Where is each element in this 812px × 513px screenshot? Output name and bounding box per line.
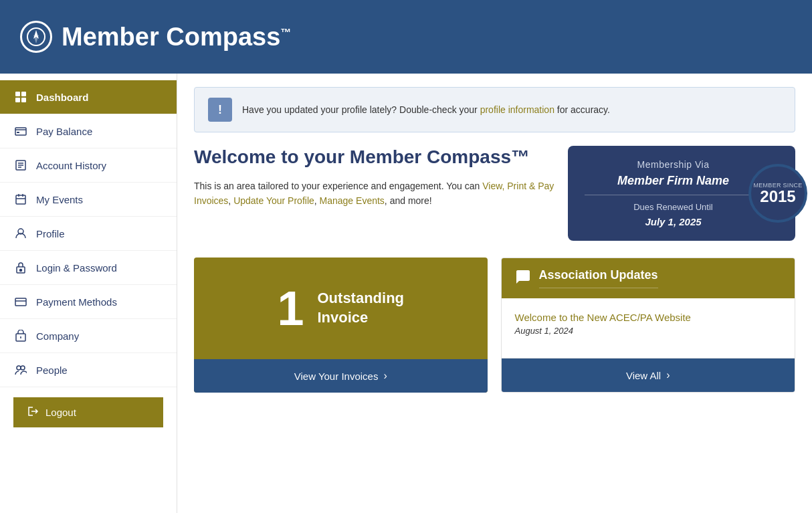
invoice-body: 1 Outstanding Invoice: [194, 258, 488, 359]
sidebar-item-profile[interactable]: Profile: [0, 217, 177, 251]
updates-header: Association Updates: [502, 258, 795, 298]
logout-button[interactable]: Logout: [13, 397, 163, 427]
main-content: ! Have you updated your profile lately? …: [177, 74, 812, 513]
sidebar-item-label: Dashboard: [36, 92, 88, 103]
svg-point-25: [17, 366, 21, 370]
association-updates-card: Association Updates Welcome to the New A…: [501, 258, 796, 393]
svg-rect-14: [16, 195, 25, 204]
invoice-count: 1: [277, 284, 304, 332]
bottom-grid: 1 Outstanding Invoice View Your Invoices…: [194, 258, 795, 393]
member-since-year: 2015: [760, 189, 795, 205]
membership-via-label: Membership Via: [585, 159, 762, 170]
svg-rect-7: [15, 128, 26, 135]
sidebar-item-login-password[interactable]: Login & Password: [0, 251, 177, 285]
sidebar-item-account-history[interactable]: Account History: [0, 148, 177, 183]
app-header: Member Compass™: [0, 0, 812, 74]
view-invoices-label: View Your Invoices: [294, 371, 379, 382]
sidebar: Dashboard Pay Balance: [0, 74, 177, 513]
invoice-card: 1 Outstanding Invoice View Your Invoices…: [194, 258, 488, 393]
profile-icon: [13, 226, 28, 241]
sidebar-item-people[interactable]: People: [0, 353, 177, 387]
compass-icon: [20, 21, 52, 53]
sidebar-item-label: Payment Methods: [36, 296, 117, 308]
logout-icon: [27, 405, 39, 419]
svg-rect-6: [21, 98, 26, 102]
sidebar-item-payment-methods[interactable]: Payment Methods: [0, 285, 177, 319]
sidebar-item-label: Account History: [36, 160, 106, 171]
svg-rect-3: [15, 92, 20, 96]
dashboard-icon: [13, 90, 28, 104]
sidebar-item-label: Profile: [36, 228, 65, 239]
svg-rect-21: [15, 298, 26, 306]
welcome-description: This is an area tailored to your experie…: [194, 179, 554, 209]
sidebar-item-label: Company: [36, 330, 79, 342]
view-all-button[interactable]: View All ›: [502, 358, 795, 392]
update-profile-link[interactable]: Update Your Profile: [233, 195, 314, 206]
view-all-label: View All: [626, 370, 661, 381]
sidebar-item-pay-balance[interactable]: Pay Balance: [0, 114, 177, 148]
welcome-title: Welcome to your Member Compass™: [194, 146, 554, 169]
pay-icon: [13, 124, 28, 138]
membership-dues-label: Dues Renewed Until: [585, 202, 762, 212]
update-item-title[interactable]: Welcome to the New ACEC/PA Website: [515, 312, 782, 323]
payment-icon: [13, 294, 28, 309]
app-title: Member Compass™: [62, 23, 291, 52]
history-icon: [13, 158, 28, 173]
view-invoices-button[interactable]: View Your Invoices ›: [194, 359, 488, 393]
alert-icon: !: [208, 98, 232, 122]
company-icon: [13, 328, 28, 343]
sidebar-item-label: Pay Balance: [36, 126, 92, 137]
membership-firm-name: Member Firm Name: [585, 174, 762, 188]
sidebar-item-label: My Events: [36, 194, 83, 205]
chat-bubble-icon: [515, 269, 531, 288]
svg-point-26: [21, 366, 25, 370]
people-icon: [13, 363, 28, 377]
welcome-left: Welcome to your Member Compass™ This is …: [194, 146, 554, 208]
updates-header-content: Association Updates: [539, 268, 658, 288]
svg-rect-4: [21, 92, 26, 96]
updates-body: Welcome to the New ACEC/PA Website Augus…: [502, 298, 795, 358]
chevron-right-icon: ›: [666, 369, 670, 381]
svg-rect-5: [15, 98, 20, 102]
updates-title: Association Updates: [539, 268, 658, 282]
alert-banner: ! Have you updated your profile lately? …: [194, 87, 795, 132]
manage-events-link[interactable]: Manage Events: [320, 195, 385, 206]
sidebar-item-label: Login & Password: [36, 262, 117, 274]
welcome-section: Welcome to your Member Compass™ This is …: [194, 146, 795, 241]
chevron-right-icon: ›: [383, 370, 387, 382]
svg-point-20: [20, 270, 22, 272]
logout-label: Logout: [45, 407, 76, 418]
alert-text: Have you updated your profile lately? Do…: [242, 104, 610, 115]
membership-divider: [585, 195, 762, 195]
update-item-date: August 1, 2024: [515, 326, 782, 336]
updates-header-divider: [539, 288, 658, 288]
lock-icon: [13, 260, 28, 275]
sidebar-item-my-events[interactable]: My Events: [0, 183, 177, 217]
sidebar-item-dashboard[interactable]: Dashboard: [0, 80, 177, 114]
invoice-label: Outstanding Invoice: [318, 289, 405, 327]
sidebar-item-company[interactable]: Company: [0, 319, 177, 353]
main-layout: Dashboard Pay Balance: [0, 74, 812, 513]
membership-dues-until: July 1, 2025: [585, 216, 762, 227]
member-since-badge: Member Since 2015: [748, 164, 807, 223]
membership-card: Membership Via Member Firm Name Dues Ren…: [568, 146, 795, 241]
events-icon: [13, 192, 28, 207]
sidebar-item-label: People: [36, 365, 68, 376]
svg-rect-9: [17, 132, 19, 133]
profile-info-link[interactable]: profile information: [480, 104, 557, 115]
